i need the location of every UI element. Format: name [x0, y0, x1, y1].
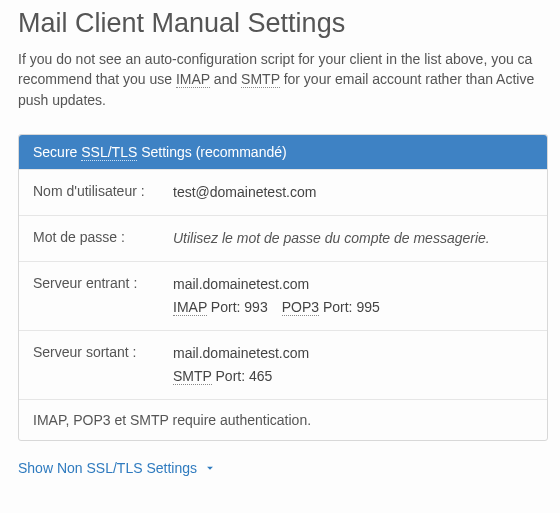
- password-hint: Utilisez le mot de passe du compte de me…: [173, 230, 490, 246]
- imap-abbr: IMAP: [176, 71, 210, 88]
- intro-frag: recommend that you use: [18, 71, 176, 87]
- intro-text: If you do not see an auto-configuration …: [18, 49, 558, 110]
- incoming-label: Serveur entrant :: [33, 274, 173, 292]
- page-title: Mail Client Manual Settings: [18, 8, 560, 39]
- password-row: Mot de passe : Utilisez le mot de passe …: [19, 215, 547, 261]
- incoming-host: mail.domainetest.com: [173, 274, 533, 295]
- username-row: Nom d'utilisateur : test@domainetest.com: [19, 169, 547, 215]
- incoming-row: Serveur entrant : mail.domainetest.com I…: [19, 261, 547, 330]
- intro-frag: for your email account rather than Activ…: [280, 71, 534, 87]
- chevron-down-icon: [203, 461, 217, 475]
- smtp-abbr: SMTP: [173, 368, 212, 385]
- incoming-ports: IMAP Port: 993POP3 Port: 995: [173, 297, 533, 318]
- ssl-settings-panel: Secure SSL/TLS Settings (recommandé) Nom…: [18, 134, 548, 441]
- outgoing-label: Serveur sortant :: [33, 343, 173, 361]
- imap-port: Port: 993: [207, 299, 268, 315]
- intro-frag: push updates.: [18, 92, 106, 108]
- smtp-abbr: SMTP: [241, 71, 280, 88]
- show-non-ssl-toggle[interactable]: Show Non SSL/TLS Settings: [18, 460, 217, 476]
- intro-frag: and: [210, 71, 241, 87]
- pop3-abbr: POP3: [282, 299, 319, 316]
- panel-header-text: Settings (recommandé): [137, 144, 286, 160]
- incoming-value: mail.domainetest.com IMAP Port: 993POP3 …: [173, 274, 533, 318]
- ssltls-abbr: SSL/TLS: [81, 144, 137, 161]
- outgoing-host: mail.domainetest.com: [173, 343, 533, 364]
- toggle-label: Show Non SSL/TLS Settings: [18, 460, 197, 476]
- password-value: Utilisez le mot de passe du compte de me…: [173, 228, 533, 249]
- pop3-port: Port: 995: [319, 299, 380, 315]
- smtp-port: Port: 465: [212, 368, 273, 384]
- password-label: Mot de passe :: [33, 228, 173, 246]
- panel-header-text: Secure: [33, 144, 81, 160]
- imap-abbr: IMAP: [173, 299, 207, 316]
- username-value: test@domainetest.com: [173, 182, 533, 203]
- outgoing-value: mail.domainetest.com SMTP Port: 465: [173, 343, 533, 387]
- panel-header: Secure SSL/TLS Settings (recommandé): [19, 135, 547, 169]
- outgoing-ports: SMTP Port: 465: [173, 366, 533, 387]
- username-label: Nom d'utilisateur :: [33, 182, 173, 200]
- auth-note: IMAP, POP3 et SMTP require authenticatio…: [19, 399, 547, 440]
- outgoing-row: Serveur sortant : mail.domainetest.com S…: [19, 330, 547, 399]
- intro-frag: If you do not see an auto-configuration …: [18, 51, 532, 67]
